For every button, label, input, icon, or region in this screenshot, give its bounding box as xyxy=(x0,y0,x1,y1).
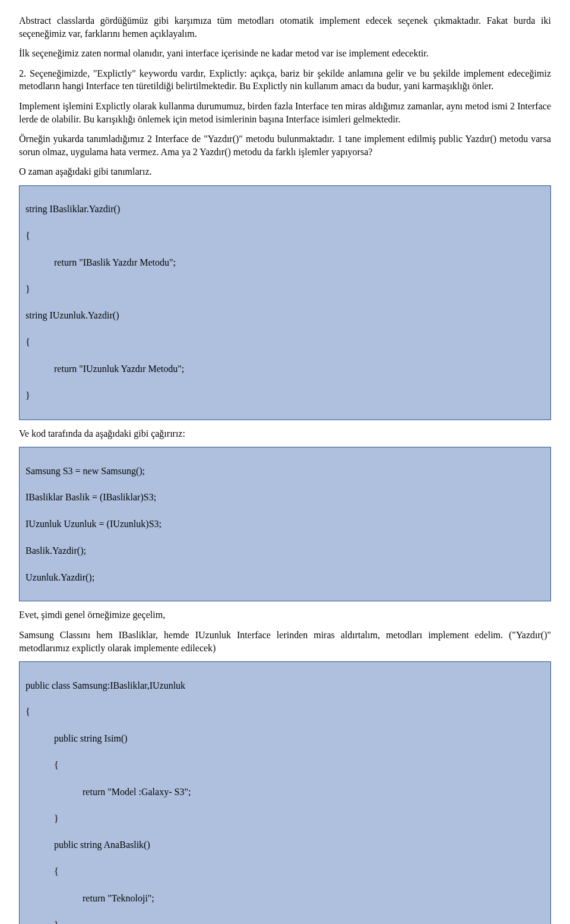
paragraph-3: 2. Seçeneğimizde, "Explictly" keywordu v… xyxy=(19,67,551,93)
code-line: public class Samsung:IBasliklar,IUzunluk xyxy=(26,679,544,692)
paragraph-9: Samsung Classını hem IBasliklar, hemde I… xyxy=(19,629,551,654)
paragraph-8: Evet, şimdi genel örneğimize geçelim, xyxy=(19,608,551,622)
code-line: IBasliklar Baslik = (IBasliklar)S3; xyxy=(26,491,544,504)
code-line: string IBasliklar.Yazdir() xyxy=(26,203,544,216)
code-line: } xyxy=(26,812,544,825)
code-line: public string Isim() xyxy=(26,732,544,745)
paragraph-6: O zaman aşağıdaki gibi tanımlarız. xyxy=(19,165,551,178)
paragraph-7: Ve kod tarafında da aşağıdaki gibi çağır… xyxy=(19,427,551,440)
code-block-2: Samsung S3 = new Samsung(); IBasliklar B… xyxy=(19,447,551,601)
code-line: string IUzunluk.Yazdir() xyxy=(26,309,544,322)
paragraph-2: İlk seçeneğimiz zaten normal olanıdır, y… xyxy=(19,47,551,60)
code-line: return "Model :Galaxy- S3"; xyxy=(26,786,544,799)
code-line: public string AnaBaslik() xyxy=(26,838,544,852)
code-block-3: public class Samsung:IBasliklar,IUzunluk… xyxy=(19,661,551,924)
code-line: Samsung S3 = new Samsung(); xyxy=(26,465,544,478)
code-line: } xyxy=(26,283,544,296)
code-line: { xyxy=(26,229,544,242)
paragraph-4: Implement işlemini Explictly olarak kull… xyxy=(19,100,551,125)
code-line: } xyxy=(26,389,544,402)
code-line: IUzunluk Uzunluk = (IUzunluk)S3; xyxy=(26,518,544,531)
code-line: { xyxy=(26,759,544,772)
code-line: Uzunluk.Yazdir(); xyxy=(26,571,544,584)
code-line: } xyxy=(26,919,544,924)
code-line: return "Teknoloji"; xyxy=(26,892,544,905)
code-line: { xyxy=(26,336,544,349)
code-line: Baslik.Yazdir(); xyxy=(26,544,544,557)
code-line: { xyxy=(26,705,544,718)
code-line: return "IBaslik Yazdır Metodu"; xyxy=(26,256,544,269)
paragraph-1: Abstract classlarda gördüğümüz gibi karş… xyxy=(19,14,551,40)
code-line: { xyxy=(26,865,544,878)
code-block-1: string IBasliklar.Yazdir() { return "IBa… xyxy=(19,185,551,420)
code-line: return "IUzunluk Yazdır Metodu"; xyxy=(26,362,544,376)
paragraph-5: Örneğin yukarda tanımladığımız 2 Interfa… xyxy=(19,133,551,158)
